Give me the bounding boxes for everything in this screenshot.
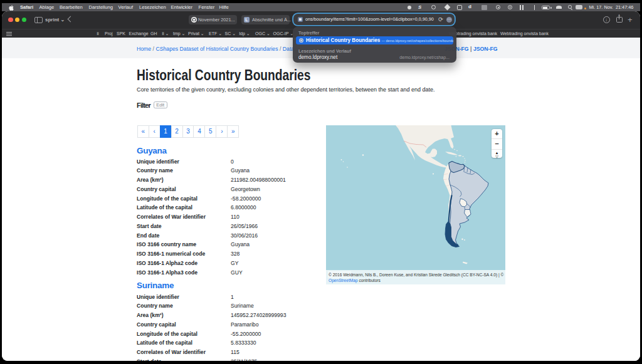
svg-text:© 2016 Weidmann, Nils B., Dore: © 2016 Weidmann, Nils B., Doreen Kuse, a… [329,273,503,278]
svg-text:OpenStreetMap contributors: OpenStreetMap contributors [329,278,381,283]
